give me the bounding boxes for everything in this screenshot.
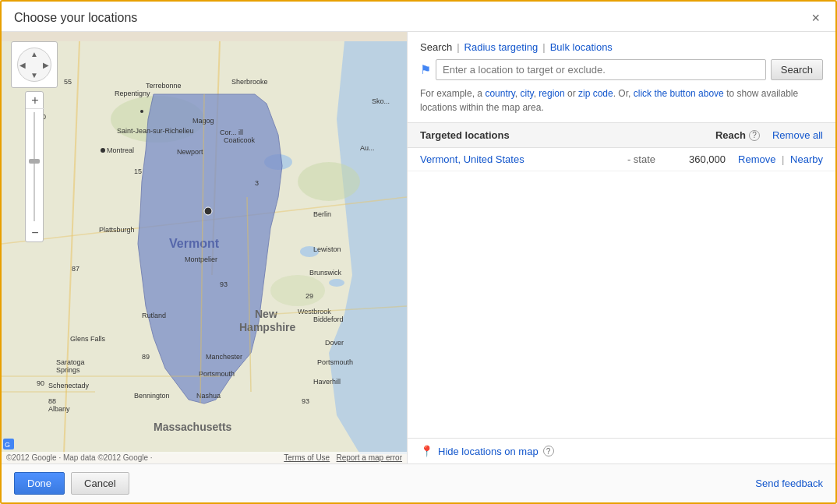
cancel-button[interactable]: Cancel (71, 472, 129, 495)
hide-locations-link[interactable]: Hide locations on map (438, 446, 539, 457)
svg-text:Haverhill: Haverhill (313, 378, 341, 386)
svg-text:G: G (5, 441, 10, 449)
location-name-link[interactable]: Vermont, United States (420, 153, 624, 165)
search-button[interactable]: Search (771, 59, 823, 80)
svg-text:Repentigny: Repentigny (115, 90, 150, 97)
search-hint: For example, a country, city, region or … (420, 86, 823, 115)
copyright-links: Terms of Use Report a map error (284, 453, 402, 462)
location-actions: Remove | Nearby (738, 153, 823, 165)
tab-search[interactable]: Search (420, 41, 452, 53)
svg-point-10 (101, 148, 105, 153)
svg-text:89: 89 (142, 353, 150, 361)
right-panel: Search | Radius targeting | Bulk locatio… (407, 32, 835, 463)
footer-buttons: Done Cancel (14, 472, 129, 495)
reach-help-icon[interactable]: ? (749, 130, 760, 141)
pan-down-button[interactable]: ▼ (30, 71, 38, 79)
location-type: - state (627, 153, 655, 165)
svg-text:55: 55 (64, 78, 72, 86)
hint-button-link[interactable]: click the button above (634, 88, 724, 99)
dialog-body: Montreal Repentigny Terrebonne 55 50 She… (2, 32, 835, 463)
terms-of-use-link[interactable]: Terms of Use (284, 453, 330, 462)
svg-text:Springs: Springs (56, 366, 80, 374)
reach-header-label: Reach (715, 129, 746, 141)
svg-point-2 (298, 162, 360, 201)
copyright-text: ©2012 Google · Map data ©2012 Google · (6, 453, 153, 462)
svg-text:Vermont: Vermont (169, 237, 220, 250)
svg-text:Brunswick: Brunswick (309, 269, 342, 277)
svg-text:Glens Falls: Glens Falls (70, 335, 106, 343)
zoom-slider (34, 112, 35, 221)
hint-zip-link[interactable]: zip code (578, 88, 613, 99)
zoom-control: + − (25, 91, 44, 242)
svg-text:Plattsburgh: Plattsburgh (99, 226, 135, 234)
dialog-header: Choose your locations × (2, 2, 835, 32)
svg-text:87: 87 (72, 265, 79, 273)
svg-text:Schenectady: Schenectady (48, 382, 90, 389)
tab-bar: Search | Radius targeting | Bulk locatio… (420, 41, 823, 53)
svg-text:Rutland: Rutland (142, 312, 166, 319)
svg-text:Cor... ill: Cor... ill (220, 129, 243, 136)
svg-point-6 (329, 279, 344, 287)
svg-text:New: New (255, 308, 277, 320)
pin-icon: 📍 (420, 445, 433, 457)
svg-text:Magog: Magog (192, 117, 214, 125)
table-row: Vermont, United States - state 360,000 R… (408, 148, 835, 171)
targeted-section: Targeted locations Reach ? Remove all Ve… (408, 123, 835, 438)
zoom-in-button[interactable]: + (26, 92, 44, 109)
map-section: Montreal Repentigny Terrebonne 55 50 She… (2, 32, 407, 463)
svg-text:Saratoga: Saratoga (56, 358, 85, 366)
search-input[interactable] (436, 59, 766, 80)
svg-text:Massachusetts: Massachusetts (154, 421, 232, 433)
svg-text:88: 88 (48, 397, 56, 405)
svg-text:Manchester: Manchester (206, 353, 242, 361)
zoom-out-button[interactable]: − (26, 224, 44, 241)
nearby-link[interactable]: Nearby (790, 153, 823, 165)
map-copyright: ©2012 Google · Map data ©2012 Google · T… (2, 452, 407, 463)
close-button[interactable]: × (808, 11, 823, 25)
svg-text:93: 93 (220, 280, 228, 288)
send-feedback-link[interactable]: Send feedback (755, 478, 823, 489)
choose-locations-dialog: Choose your locations × (0, 0, 837, 504)
svg-text:Portsmouth: Portsmouth (317, 358, 353, 366)
svg-text:90: 90 (37, 379, 44, 387)
svg-text:Albany: Albany (48, 405, 70, 413)
zoom-thumb[interactable] (29, 159, 40, 164)
hint-country-link[interactable]: country (485, 88, 514, 99)
svg-text:Au...: Au... (360, 144, 375, 152)
tab-radius[interactable]: Radius targeting (464, 41, 539, 53)
map-controls: ▲ ▼ ◀ ▶ + − (11, 41, 58, 242)
map-bottom-strip: 📍 Hide locations on map ? (408, 438, 835, 463)
svg-text:Biddeford: Biddeford (313, 315, 344, 323)
svg-text:Saint-Jean-sur-Richelieu: Saint-Jean-sur-Richelieu (117, 127, 194, 135)
svg-point-24 (204, 207, 212, 215)
hint-city-link[interactable]: city (521, 88, 534, 99)
map-background: Montreal Repentigny Terrebonne 55 50 She… (2, 32, 407, 463)
pan-up-button[interactable]: ▲ (30, 50, 38, 58)
dialog-title: Choose your locations (14, 11, 137, 25)
dialog-footer: Done Cancel Send feedback (2, 463, 835, 502)
remove-all-button[interactable]: Remove all (772, 129, 823, 141)
svg-point-12 (140, 110, 143, 113)
svg-text:3: 3 (255, 179, 259, 187)
svg-point-3 (270, 275, 325, 306)
svg-text:Newport: Newport (177, 148, 203, 156)
svg-text:Montreal: Montreal (107, 146, 134, 154)
svg-text:Coaticook: Coaticook (224, 136, 256, 144)
svg-text:29: 29 (305, 292, 313, 300)
pan-right-button[interactable]: ▶ (43, 61, 49, 69)
done-button[interactable]: Done (14, 472, 65, 495)
svg-text:Sko...: Sko... (372, 97, 390, 105)
svg-text:Hampshire: Hampshire (239, 321, 296, 333)
report-map-error-link[interactable]: Report a map error (337, 453, 402, 462)
svg-text:Dover: Dover (325, 339, 344, 347)
pan-ring: ▲ ▼ ◀ ▶ (17, 48, 51, 82)
hide-locations-help-icon[interactable]: ? (543, 446, 554, 456)
targeted-header: Targeted locations Reach ? Remove all (408, 123, 835, 148)
tab-bulk[interactable]: Bulk locations (550, 41, 613, 53)
svg-text:15: 15 (134, 167, 142, 175)
svg-text:Bennington: Bennington (134, 392, 170, 400)
svg-text:93: 93 (302, 397, 309, 405)
hint-region-link[interactable]: region (539, 88, 564, 99)
remove-location-link[interactable]: Remove (738, 153, 775, 165)
pan-left-button[interactable]: ◀ (19, 61, 26, 69)
